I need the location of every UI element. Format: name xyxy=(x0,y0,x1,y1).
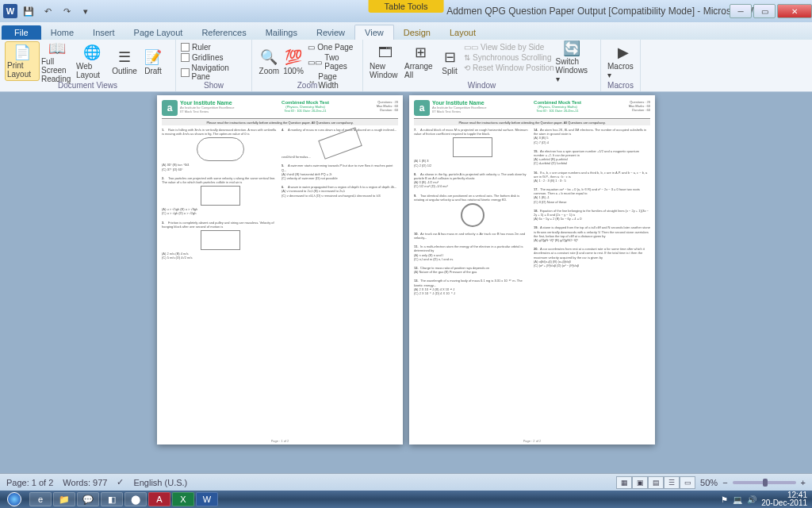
side-by-side-label: View Side by Side xyxy=(481,43,544,52)
new-window-label: New Window xyxy=(370,62,401,79)
tab-references[interactable]: References xyxy=(192,25,255,40)
web-view-button[interactable]: ▤ xyxy=(648,476,664,489)
zoom-out-button[interactable]: − xyxy=(722,478,727,487)
reset-window-position-button: ⟲ Reset Window Position xyxy=(464,64,554,72)
minimize-button[interactable]: ─ xyxy=(730,4,752,18)
outline-view-button[interactable]: ☰ xyxy=(664,476,680,489)
document-views-group-label: Document Views xyxy=(0,81,175,90)
split-icon: ⊟ xyxy=(440,48,459,67)
zoom-in-button[interactable]: + xyxy=(801,478,806,487)
one-page-button[interactable]: ▭ One Page xyxy=(308,43,358,52)
institute-logo: a xyxy=(414,100,430,116)
print-layout-view-button[interactable]: ▦ xyxy=(616,476,632,489)
maximize-button[interactable]: ▭ xyxy=(753,4,776,18)
switch-windows-button[interactable]: 🔄Switch Windows ▾ xyxy=(554,41,589,81)
tab-review[interactable]: Review xyxy=(307,25,354,40)
zoom-level[interactable]: 50% xyxy=(700,478,718,487)
system-clock[interactable]: 12:4120-Dec-2011 xyxy=(761,491,807,507)
macros-label: Macros ▾ xyxy=(607,62,639,79)
word-count[interactable]: Words: 977 xyxy=(63,478,107,487)
tab-file[interactable]: File xyxy=(2,25,41,40)
institute-name: Your Institute Name xyxy=(180,100,234,106)
arrange-all-button[interactable]: ⊞Arrange All xyxy=(403,41,438,81)
full-screen-icon: 📖 xyxy=(48,40,67,57)
tab-design[interactable]: Design xyxy=(394,25,440,40)
clock-date: 20-Dec-2011 xyxy=(761,499,807,507)
new-window-button[interactable]: 🗔New Window xyxy=(368,41,403,81)
qat-customize-icon[interactable]: ▾ xyxy=(78,3,94,19)
page-footer-1: Page : 1 of 2 xyxy=(157,439,403,443)
synchronous-scrolling-button: ⇅ Synchronous Scrolling xyxy=(464,53,554,62)
taskbar-talk-icon[interactable]: 💬 xyxy=(77,492,99,506)
zoom-slider[interactable] xyxy=(733,481,796,484)
full-screen-reading-button[interactable]: 📖Full Screen Reading xyxy=(40,41,75,81)
outline-button[interactable]: ☰Outline xyxy=(109,41,140,81)
institute-logo: a xyxy=(162,100,178,116)
page-footer-2: Page : 2 of 2 xyxy=(409,439,655,443)
tray-volume-icon[interactable]: 🔊 xyxy=(747,495,756,504)
institute-name: Your Institute Name xyxy=(432,100,486,106)
draft-view-button[interactable]: ▭ xyxy=(680,476,695,489)
gridlines-label: Gridlines xyxy=(192,53,223,62)
web-layout-label: Web Layout xyxy=(76,62,108,79)
page-indicator[interactable]: Page: 1 of 2 xyxy=(6,478,53,487)
gridlines-checkbox[interactable]: Gridlines xyxy=(181,53,247,62)
qat-redo-icon[interactable]: ↷ xyxy=(59,3,75,19)
tab-page-layout[interactable]: Page Layout xyxy=(124,25,193,40)
taskbar-access-icon[interactable]: A xyxy=(148,492,170,506)
tab-view[interactable]: View xyxy=(354,25,394,40)
sync-scroll-label: Synchronous Scrolling xyxy=(473,53,552,62)
test-id: Test ID : 101 Date: 20-Dec-11 xyxy=(534,109,581,113)
zoom-100-button[interactable]: 💯100% xyxy=(282,41,306,81)
word-app-icon: W xyxy=(3,4,17,18)
draft-button[interactable]: 📝Draft xyxy=(140,41,167,81)
checkbox-icon xyxy=(181,53,190,62)
macros-button[interactable]: ▶Macros ▾ xyxy=(606,41,641,81)
zoom-button[interactable]: 🔍Zoom xyxy=(257,41,282,81)
taskbar-excel-icon[interactable]: X xyxy=(172,492,194,506)
tab-insert[interactable]: Insert xyxy=(83,25,124,40)
web-layout-icon: 🌐 xyxy=(82,43,102,62)
macros-icon: ▶ xyxy=(614,43,633,62)
test-id: Test ID : 101 Date: 20-Dec-11 xyxy=(282,109,329,113)
draft-label: Draft xyxy=(144,67,162,75)
tray-network-icon[interactable]: 💻 xyxy=(733,495,742,504)
windows-orb-icon xyxy=(7,492,21,506)
test-series: IIT Mock Test Series xyxy=(180,110,234,114)
taskbar-app-icon[interactable]: ◧ xyxy=(101,492,123,506)
new-window-icon: 🗔 xyxy=(376,43,395,62)
draft-icon: 📝 xyxy=(144,48,163,67)
start-button[interactable] xyxy=(0,491,29,508)
switch-windows-label: Switch Windows ▾ xyxy=(556,57,588,83)
ruler-checkbox[interactable]: Ruler xyxy=(181,43,247,52)
tab-mailings[interactable]: Mailings xyxy=(256,25,307,40)
full-screen-label: Full Screen Reading xyxy=(41,57,73,83)
navigation-pane-checkbox[interactable]: Navigation Pane xyxy=(181,64,247,81)
document-area[interactable]: aYour Institute NameAn Institute for Com… xyxy=(0,92,812,491)
zoom-icon: 🔍 xyxy=(259,48,278,67)
instructions: Please read the instructions carefully b… xyxy=(414,120,650,125)
window-title: Addmen QPG Question Paper Output [Compat… xyxy=(446,6,767,17)
tab-layout[interactable]: Layout xyxy=(440,25,485,40)
qat-undo-icon[interactable]: ↶ xyxy=(40,3,56,19)
print-layout-button[interactable]: 📄Print Layout xyxy=(5,41,40,81)
ruler-label: Ruler xyxy=(192,43,211,52)
taskbar-chrome-icon[interactable]: ⬤ xyxy=(124,492,147,506)
language-indicator[interactable]: English (U.S.) xyxy=(133,478,187,487)
qat-save-icon[interactable]: 💾 xyxy=(21,3,36,19)
checkbox-icon xyxy=(181,43,190,52)
taskbar-explorer-icon[interactable]: 📁 xyxy=(53,492,75,506)
checkbox-icon xyxy=(181,68,190,77)
split-button[interactable]: ⊟Split xyxy=(438,41,462,81)
tray-flag-icon[interactable]: ⚑ xyxy=(721,495,728,504)
outline-icon: ☰ xyxy=(115,48,134,67)
close-button[interactable]: ✕ xyxy=(777,4,812,18)
tab-home[interactable]: Home xyxy=(41,25,83,40)
taskbar-ie-icon[interactable]: e xyxy=(29,492,52,506)
web-layout-button[interactable]: 🌐Web Layout xyxy=(75,41,109,81)
taskbar-word-icon[interactable]: W xyxy=(196,492,218,506)
two-pages-button[interactable]: ▭▭ Two Pages xyxy=(308,53,358,71)
one-page-label: One Page xyxy=(317,43,353,52)
full-reading-view-button[interactable]: ▣ xyxy=(632,476,648,489)
document-page-2: aYour Institute NameAn Institute for Com… xyxy=(409,95,655,444)
